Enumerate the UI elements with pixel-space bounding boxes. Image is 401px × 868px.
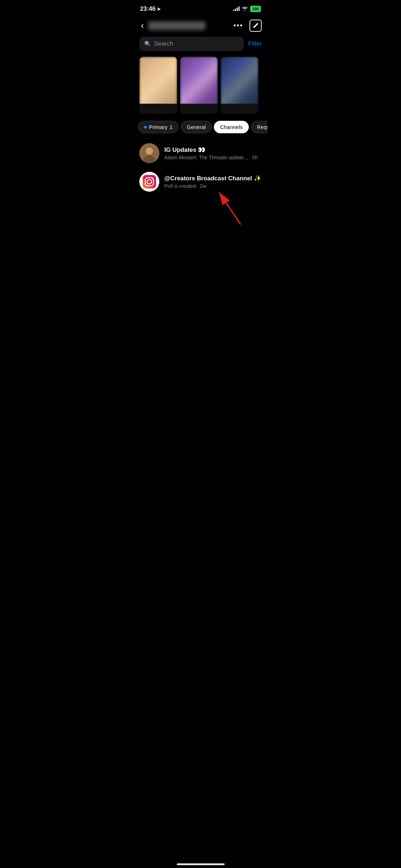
channel-item-ig-updates[interactable]: IG Updates 👀 Adam Mosseri: The Threads u… [134,139,267,167]
story-label-bar-3 [221,104,258,114]
tab-channels[interactable]: Channels [214,121,248,133]
more-options-button[interactable]: ••• [233,21,243,30]
tab-requests-label: Requests [257,124,267,130]
story-row [134,57,267,121]
location-icon: ➤ [157,6,161,12]
status-time: 23:46 ➤ [140,5,161,12]
search-input-wrap[interactable]: 🔍 Search [139,37,244,51]
svg-point-3 [146,148,153,155]
compose-icon [252,22,259,29]
bar-2 [235,9,236,11]
header-right: ••• [233,20,262,32]
tab-primary-badge: 1 [170,124,173,130]
compose-button[interactable] [250,20,262,32]
channel-preview-creators: Poll is created · 2w [164,183,262,189]
svg-rect-5 [143,175,156,188]
bar-4 [238,6,240,11]
avatar-image-ig-updates [139,143,159,163]
channel-avatar-creators [139,172,159,192]
filter-button[interactable]: Filter [248,40,262,47]
bar-1 [233,10,234,11]
time-display: 23:46 [140,5,155,12]
channel-preview-ig-updates: Adam Mosseri: The Threads update... · 5h [164,155,262,160]
channel-info-ig-updates: IG Updates 👀 Adam Mosseri: The Threads u… [164,146,262,160]
channel-item-creators[interactable]: @Creators Broadcast Channel ✨ Poll is cr… [134,167,267,196]
tab-general[interactable]: General [181,121,212,133]
channel-name-ig-updates: IG Updates 👀 [164,146,262,154]
channel-list: IG Updates 👀 Adam Mosseri: The Threads u… [134,139,267,196]
primary-dot [144,126,147,129]
bar-3 [237,7,238,11]
story-item-3[interactable] [221,57,258,114]
search-row: 🔍 Search Filter [134,37,267,57]
signal-bars [233,7,240,11]
battery-level: 100 [252,7,259,11]
back-button[interactable]: ‹ [139,19,145,32]
search-icon: 🔍 [144,41,151,47]
wifi-icon [242,6,248,12]
tab-primary[interactable]: Primary 1 [138,121,179,133]
story-item-1[interactable] [139,57,177,114]
status-right-icons: 100 [233,6,261,12]
navigation-header: ‹ ••• [134,16,267,37]
channel-name-creators: @Creators Broadcast Channel ✨ [164,175,262,182]
channel-info-creators: @Creators Broadcast Channel ✨ Poll is cr… [164,175,262,189]
svg-point-8 [152,178,153,179]
instagram-logo-svg [143,175,156,188]
status-bar: 23:46 ➤ 100 [134,0,267,16]
header-title-blurred [148,21,205,30]
tab-general-label: General [187,124,206,130]
svg-line-1 [219,192,241,224]
avatar-image-creators [139,172,159,192]
search-placeholder: Search [154,40,173,47]
tab-channels-label: Channels [220,124,242,130]
battery-indicator: 100 [250,6,261,12]
story-label-bar-1 [139,104,177,114]
tab-primary-label: Primary [149,124,168,130]
header-left: ‹ [139,19,205,32]
tab-requests[interactable]: Requests [251,121,267,133]
inbox-tabs: Primary 1 General Channels Requests [134,121,267,139]
channel-avatar-ig-updates [139,143,159,163]
story-label-bar-2 [180,104,218,114]
story-item-2[interactable] [180,57,218,114]
person-avatar-svg [139,143,159,163]
